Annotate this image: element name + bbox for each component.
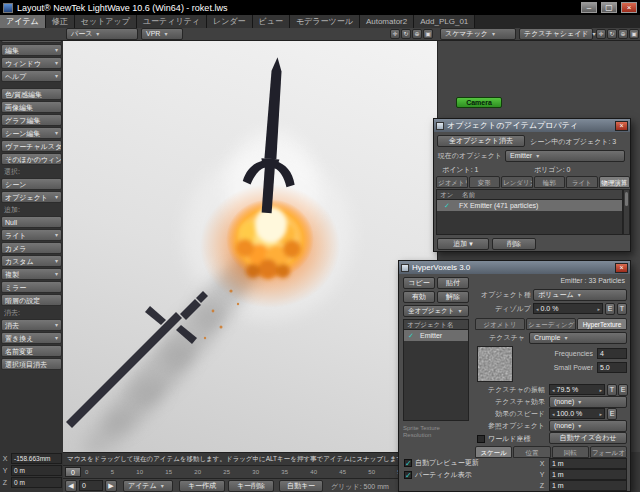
sidebar-item[interactable]: ヴァーチャルスタジオ — [1, 140, 62, 152]
viewport-type-dropdown[interactable]: パース ▾ — [66, 28, 138, 40]
sidebar-item[interactable]: 編集 ▾ — [1, 44, 62, 56]
main-tab[interactable]: 修正 — [46, 15, 75, 28]
hypervoxels-tab[interactable]: シェーディング — [526, 318, 576, 330]
sidebar-item[interactable]: 色/質感編集 — [1, 88, 62, 100]
main-tab[interactable]: Automator2 — [360, 15, 414, 28]
axis-value-field[interactable]: 1 m — [549, 480, 627, 491]
sidebar-item[interactable]: オブジェクト ▾ — [1, 191, 62, 203]
texture-placement-tab[interactable]: スケール — [475, 446, 512, 458]
main-tab[interactable]: モデラーツール — [290, 15, 360, 28]
sidebar-item[interactable]: Null — [1, 216, 62, 228]
properties-tab[interactable]: レンダリング — [501, 176, 533, 188]
deactivate-button[interactable]: 解除 — [437, 291, 469, 303]
amplitude-envelope-button[interactable]: E — [618, 384, 628, 396]
properties-tab[interactable]: 輪郭 — [534, 176, 566, 188]
texture-dropdown[interactable]: Crumple ▾ — [529, 332, 627, 344]
sidebar-item[interactable]: 画像編集 — [1, 101, 62, 113]
hypervoxels-close-button[interactable]: × — [615, 263, 628, 273]
texture-placement-tab[interactable]: フォールオフ — [590, 446, 627, 458]
viewport-control-icon[interactable]: ▣ — [629, 29, 639, 39]
main-tab[interactable]: レンダー — [207, 15, 253, 28]
sidebar-item[interactable]: 名前変更 — [1, 345, 62, 357]
paste-button[interactable]: 貼付 — [437, 277, 469, 289]
dissolve-envelope-button[interactable]: E — [605, 303, 615, 315]
texture-effect-dropdown[interactable]: (none) ▾ — [549, 396, 627, 408]
axis-value-field[interactable]: 0 m — [11, 465, 62, 476]
amplitude-texture-button[interactable]: T — [607, 384, 617, 396]
sidebar-item[interactable]: そのほかのウィンドウ ▾ — [1, 153, 62, 165]
speed-envelope-button[interactable]: E — [607, 408, 617, 420]
texture-placement-tab[interactable]: 位置 — [513, 446, 550, 458]
hypervoxels-title-bar[interactable]: HyperVoxels 3.0 × — [399, 261, 630, 274]
timeline[interactable]: 0 051015202530354045505560 — [63, 465, 437, 478]
perspective-viewport[interactable] — [63, 41, 437, 452]
current-object-dropdown[interactable]: Emitter ▾ — [505, 150, 625, 162]
properties-tab[interactable]: ジオメトリ — [436, 176, 468, 188]
sidebar-item[interactable]: 消去 ▾ — [1, 319, 62, 331]
viewport-control-icon[interactable]: ⊕ — [412, 29, 422, 39]
viewport-mode-dropdown[interactable]: VPR ▾ — [141, 28, 183, 40]
sidebar-item[interactable]: 階層の設定 — [1, 294, 62, 306]
axis-value-field[interactable]: -158.663mm — [11, 453, 62, 464]
dynamics-list-item[interactable]: ✓ FX Emitter (471 particles) — [437, 200, 622, 211]
properties-tab[interactable]: 変形 — [469, 176, 501, 188]
sidebar-item[interactable]: 置き換え ▾ — [1, 332, 62, 344]
texture-placement-tab[interactable]: 回転 — [552, 446, 589, 458]
sidebar-item[interactable] — [1, 83, 62, 87]
main-tab[interactable]: セットアップ — [75, 15, 137, 28]
viewport-control-icon[interactable]: ✛ — [390, 29, 400, 39]
frame-number-field[interactable]: 0 — [79, 480, 103, 491]
axis-value-field[interactable]: 0 m — [11, 477, 62, 488]
properties-title-bar[interactable]: オブジェクトのアイテムプロパティ × — [434, 119, 630, 132]
sidebar-item[interactable]: ウィンドウ ▾ — [1, 57, 62, 69]
main-tab[interactable]: ユーティリティ — [137, 15, 207, 28]
clear-all-objects-button[interactable]: 全オブジェクト消去 — [437, 135, 525, 147]
viewport-control-icon[interactable]: ↻ — [607, 29, 617, 39]
schematic-camera-node[interactable]: Camera — [456, 97, 502, 108]
activate-button[interactable]: 有効 — [403, 291, 435, 303]
remove-dynamic-button[interactable]: 削除 — [492, 238, 536, 250]
schematic-type-dropdown[interactable]: スケマチック ▾ — [440, 28, 516, 40]
object-type-dropdown[interactable]: ボリューム ▾ — [533, 289, 627, 301]
main-tab[interactable]: Add_PLG_01 — [414, 15, 475, 28]
sidebar-item[interactable]: 消去: — [1, 307, 62, 318]
dissolve-texture-button[interactable]: T — [617, 303, 627, 315]
sidebar-item[interactable]: ライト ▾ — [1, 229, 62, 241]
show-objects-dropdown[interactable]: 全オブジェクト ▾ — [403, 305, 469, 317]
auto-key-button[interactable]: 自動キー — [279, 480, 323, 492]
viewport-control-icon[interactable]: ⊕ — [618, 29, 628, 39]
sidebar-item[interactable]: シーン — [1, 178, 62, 190]
dissolve-field[interactable]: ◂0.0 %▸ — [533, 303, 603, 314]
texture-amplitude-field[interactable]: ◂79.5 %▸ — [549, 384, 605, 395]
copy-button[interactable]: コピー — [403, 277, 435, 289]
axis-value-field[interactable]: 1 m — [549, 458, 627, 469]
automatic-sizing-button[interactable]: 自動サイズ合わせ — [549, 432, 627, 444]
properties-close-button[interactable]: × — [615, 121, 628, 131]
sidebar-item[interactable]: 複製 ▾ — [1, 268, 62, 280]
frequencies-field[interactable]: 4 — [597, 348, 627, 359]
sidebar-item[interactable]: カメラ — [1, 242, 62, 254]
delete-key-button[interactable]: キー削除 — [228, 480, 274, 492]
minimize-button[interactable]: – — [581, 2, 597, 13]
timeline-handle[interactable]: 0 — [65, 467, 81, 477]
object-list-item[interactable]: ✓ Emitter — [404, 330, 468, 341]
sidebar-item[interactable]: シーン編集 ▾ — [1, 127, 62, 139]
effect-speed-field[interactable]: ◂100.0 %▸ — [549, 408, 605, 419]
frame-step-forward-button[interactable]: ▶ — [105, 480, 117, 492]
axis-value-field[interactable]: 1 m — [549, 469, 627, 480]
hypervoxels-tab[interactable]: ジオメトリ — [475, 318, 525, 330]
sidebar-item[interactable]: カスタム ▾ — [1, 255, 62, 267]
create-key-button[interactable]: キー作成 — [179, 480, 225, 492]
sidebar-item[interactable]: グラフ編集 — [1, 114, 62, 126]
main-tab[interactable]: アイテム — [0, 15, 46, 28]
viewport-control-icon[interactable]: ▣ — [423, 29, 433, 39]
add-dynamic-button[interactable]: 追加 ▾ — [437, 238, 489, 250]
viewport-control-icon[interactable]: ✛ — [596, 29, 606, 39]
dynamics-scrollbar[interactable] — [623, 189, 630, 235]
sidebar-item[interactable]: ヘルプ ▾ — [1, 70, 62, 82]
frame-step-back-button[interactable]: ◀ — [65, 480, 77, 492]
reference-object-dropdown[interactable]: (none) ▾ — [549, 420, 627, 432]
properties-tab[interactable]: 物理演算 — [599, 176, 631, 188]
sidebar-item[interactable]: 選択: — [1, 166, 62, 177]
world-coordinates-checkbox[interactable]: ワールド座標 — [477, 434, 531, 444]
